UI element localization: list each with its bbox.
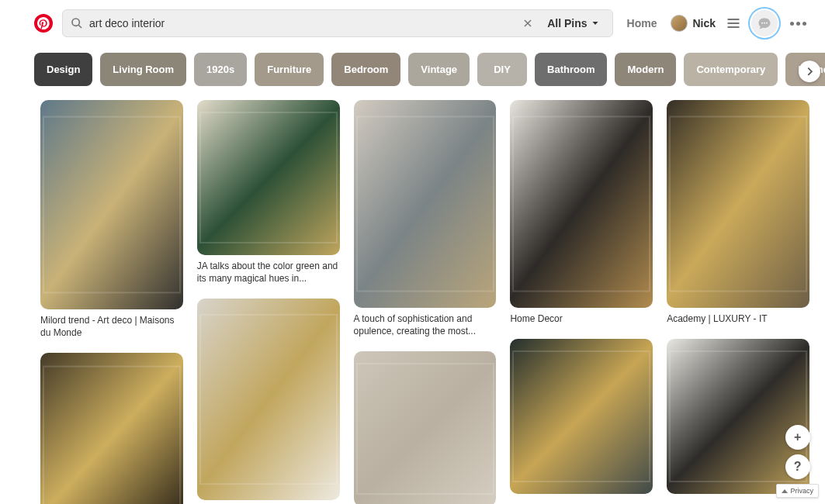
search-filter-dropdown[interactable]: All Pins [542,17,604,29]
home-link[interactable]: Home [622,17,662,29]
pin[interactable] [197,299,340,500]
user-name: Nick [692,17,716,29]
chip-diy[interactable]: DIY [477,53,527,86]
pin-image [40,100,183,309]
guided-search-chips: DesignLiving Room1920sFurnitureBedroomVi… [0,47,825,100]
chip-furniture[interactable]: Furniture [255,53,324,86]
svg-point-7 [761,22,763,24]
chip-bathroom[interactable]: Bathroom [535,53,607,86]
pin-image [667,100,809,308]
pin[interactable] [510,339,653,494]
svg-point-0 [72,19,79,26]
privacy-button[interactable]: Privacy [776,484,819,498]
chip-living-room[interactable]: Living Room [100,53,186,86]
chevron-down-icon [591,19,600,28]
chip-design[interactable]: Design [34,53,92,86]
pin[interactable] [40,353,183,504]
chip-1920s[interactable]: 1920s [194,53,247,86]
clear-search-button[interactable] [519,15,536,32]
menu-icon[interactable] [725,15,742,32]
pin-image [510,339,653,494]
more-button[interactable] [787,19,809,29]
pin-image [40,353,183,504]
pin-caption: A touch of sophistication and opulence, … [354,312,497,337]
pin-caption: Milord trend - Art deco | Maisons du Mon… [40,314,183,339]
header: All Pins Home Nick [0,0,825,47]
pinterest-logo[interactable] [34,14,53,33]
pin-image [197,299,340,500]
pin[interactable]: Milord trend - Art deco | Maisons du Mon… [40,100,183,339]
pin[interactable] [354,351,497,504]
pin[interactable]: A touch of sophistication and opulence, … [354,100,497,337]
privacy-triangle-icon [782,489,788,493]
svg-point-9 [766,22,768,24]
svg-point-8 [764,22,765,24]
chip-bedroom[interactable]: Bedroom [331,53,400,86]
search-icon [71,17,83,29]
pin[interactable]: Academy | LUXURY - IT [667,100,809,325]
pin-image [197,100,340,255]
pin-image [510,100,653,308]
filter-label: All Pins [547,17,587,29]
user-menu[interactable]: Nick [671,15,716,32]
help-fab[interactable]: ? [785,454,810,479]
floating-actions: + ? Privacy [776,425,819,498]
chat-button[interactable] [751,10,778,36]
chip-modern[interactable]: Modern [615,53,676,86]
chip-contemporary[interactable]: Contemporary [684,53,778,86]
search-input[interactable] [89,17,513,29]
chip-vintage[interactable]: Vintage [408,53,470,86]
add-fab[interactable]: + [785,425,810,450]
avatar [671,15,688,32]
pin-caption: JA talks about the color green and its m… [197,260,340,285]
pin-caption: Academy | LUXURY - IT [667,312,809,325]
pin[interactable]: Home Decor [510,100,653,325]
pin-image [354,351,497,504]
pin-caption: Home Decor [510,312,653,325]
svg-line-1 [78,25,81,28]
search-bar: All Pins [62,9,613,37]
pin-image [354,100,497,308]
pin[interactable]: JA talks about the color green and its m… [197,100,340,285]
chips-scroll-right-button[interactable] [799,60,820,82]
pin-grid: Milord trend - Art deco | Maisons du Mon… [0,100,825,504]
